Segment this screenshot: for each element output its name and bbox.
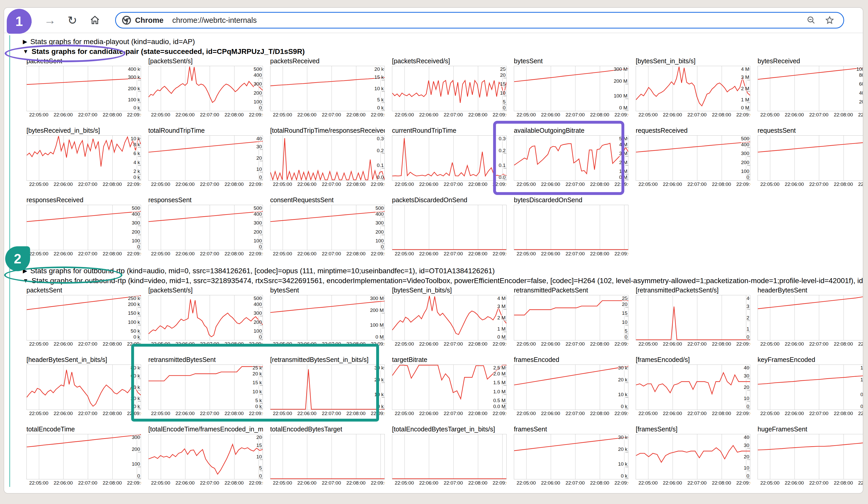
y-axis-tick [747,138,750,139]
y-axis-label: 15 [256,443,262,448]
graph-cell: keyFramesEncoded1.5 k1.0 k0.5 k0.0 k22:0… [750,356,863,425]
x-axis-label: 22:08:00 [831,182,856,187]
y-axis-tick [504,409,506,409]
x-axis-label: 22:06:00 [660,480,685,486]
x-axis-label: 22:07:00 [75,411,100,416]
y-axis-label: 1.5 M [493,380,506,385]
y-axis-tick [138,69,141,69]
y-axis-label: 3 M [497,304,506,309]
chrome-logo-icon [122,15,132,25]
section-header-candidate-pair[interactable]: ▼Stats graphs for candidate-pair (state=… [23,47,863,56]
x-axis-label: 22:05:00 [636,341,661,347]
y-axis-tick [138,307,141,308]
y-axis-tick [382,298,384,298]
x-axis-label: 22:05:00 [27,341,51,347]
y-axis-tick [382,80,384,80]
graph-title: [packetsReceived/s] [392,57,507,65]
y-axis-tick [747,332,750,332]
x-axis-labels: 22:05:0022:06:0022:07:0022:08:0022:09:00 [757,411,863,418]
x-axis-label: 22:08:00 [709,182,734,187]
graph-title: [headerBytesSent_in_bits/s] [27,356,141,363]
home-icon[interactable] [87,8,102,33]
y-axis-tick [138,316,141,316]
x-axis-label: 22:05:00 [392,480,417,486]
graph-cell: packetsSent400 k300 k200 k100 k0 k22:05:… [19,57,141,126]
y-axis-tick [260,325,262,325]
x-axis-label: 22:05:00 [392,341,417,347]
y-axis-label: 4 k [134,160,140,165]
y-axis-tick [504,110,506,111]
graph-title: [packetsSent/s] [148,57,263,65]
graph-cell: responsesReceived500400300200100022:05:0… [19,196,141,266]
x-axis-label: 22:09:00 [733,480,750,486]
x-axis-labels: 22:05:0022:06:0022:07:0022:08:0022:09:00 [514,251,629,258]
x-axis-labels: 22:05:0022:06:0022:07:0022:08:0022:09:00 [148,480,263,487]
url-text[interactable]: chrome://webrtc-internals [173,16,807,24]
url-bar[interactable]: Chrome chrome://webrtc-internals [115,12,844,29]
section-header-media-playout[interactable]: ▶Stats graphs for media-playout (kind=au… [23,37,863,46]
graph-title: responsesReceived [27,196,141,204]
x-axis-labels: 22:05:0022:06:0022:07:0022:08:0022:09:00 [636,182,750,188]
reload-icon[interactable]: ↻ [66,8,79,33]
x-axis-label: 22:05:00 [392,182,417,187]
y-axis-label: 5 [503,99,506,105]
y-axis-tick [138,226,141,226]
y-axis-label: 10 k [131,136,140,142]
x-axis-labels: 22:05:0022:06:0022:07:0022:08:0022:09:00 [392,112,507,119]
y-axis-tick [504,339,506,340]
y-axis-label: 2.0 M [493,371,506,377]
browser-toolbar: ← → ↻ Chrome chrome://webrtc-internals [4,8,863,33]
y-axis-label: 30 k [618,365,628,371]
x-axis-label: 22:05:00 [148,480,173,486]
graph-cell: framesEncoded30 k20 k10 k0 k22:05:0022:0… [507,356,629,425]
x-axis-label: 22:07:00 [75,480,100,486]
annotation-box-availableOutgoingBitrate [493,121,624,195]
y-axis-label: 2 k [134,168,140,174]
section-header-outbound-video[interactable]: ▼Stats graphs for outbound-rtp (kind=vid… [23,276,863,285]
x-axis-label: 22:06:00 [416,480,441,486]
x-axis-labels: 22:05:0022:06:0022:07:0022:08:0022:09:00 [636,341,750,348]
y-axis-tick [260,172,262,172]
x-axis-label: 22:07:00 [197,112,222,118]
x-axis-label: 22:07:00 [319,182,344,187]
graph-plot [514,205,629,250]
y-axis-label: 500 [254,66,262,72]
y-axis-label: 2 M [497,315,506,321]
x-axis-labels: 22:05:0022:06:0022:07:0022:08:0022:09:00 [148,112,263,119]
forward-icon[interactable]: → [43,8,56,33]
graph-cell: bytesSent300 M200 M100 M0 M22:05:0022:06… [507,57,629,126]
y-axis-label: 200 [132,229,140,235]
y-axis-label: 300 [741,151,749,156]
x-axis-label: 22:07:00 [319,480,344,486]
y-axis-label: 4 M [497,296,506,301]
y-axis-label: 20 [256,434,262,440]
y-axis-label: 100 [254,99,262,105]
x-axis-label: 22:08:00 [100,480,125,486]
y-axis-tick [138,478,141,479]
x-axis-label: 22:05:00 [392,251,417,257]
zoom-out-icon[interactable] [807,16,816,25]
x-axis-label: 22:08:00 [587,411,612,416]
x-axis-label: 22:07:00 [441,411,466,416]
x-axis-label: 22:06:00 [782,182,807,187]
section-header-outbound-audio[interactable]: ▶Stats graphs for outbound-rtp (kind=aud… [23,267,863,275]
y-axis-tick [747,179,750,180]
y-axis-label: 30 [744,443,749,448]
graph-title: bytesDiscardedOnSend [514,196,629,204]
y-axis-tick [260,110,262,111]
x-axis-label: 22:07:00 [75,112,100,118]
graph-cell: [totalRoundTripTime/responsesReceived]0.… [263,126,385,196]
x-axis-label: 22:07:00 [441,112,466,118]
graph-cell: packetsReceived20 k15 k10 k5 k0 k22:05:0… [263,57,385,126]
x-axis-label: 22:07:00 [806,480,831,486]
x-axis-label: 22:09:00 [733,112,750,118]
graph-plot: 5004003002001000 [148,295,263,340]
graph-cell: [packetsSent/s]500400300200100022:05:002… [141,57,263,126]
y-axis-tick [382,397,384,398]
y-axis-tick [260,179,262,180]
graph-cell: totalEncodedBytesTarget22:05:0022:06:002… [263,425,385,494]
y-axis-label: 20 [500,72,506,78]
x-axis-label: 22:08:00 [343,182,369,187]
star-icon[interactable] [825,15,835,25]
y-axis-tick [747,379,750,379]
